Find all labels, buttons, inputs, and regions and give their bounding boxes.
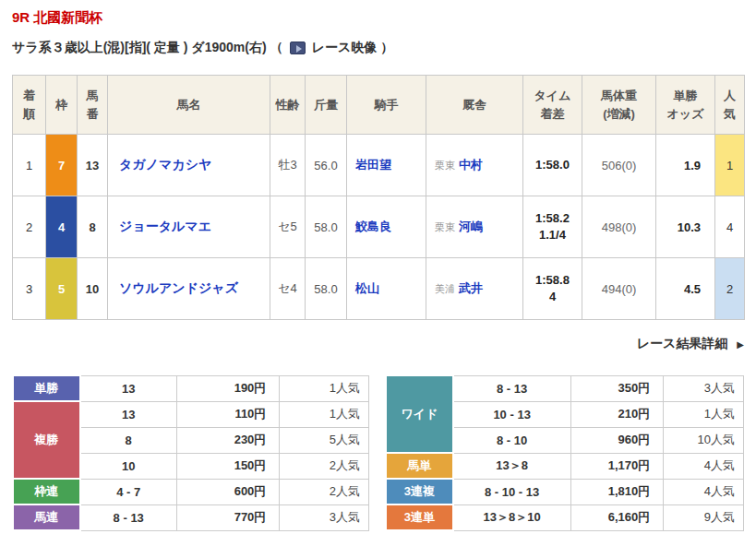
carried-weight: 58.0 xyxy=(306,258,347,320)
bet-type-bracket-quinella: 枠連 xyxy=(13,479,80,504)
payout-amount: 960円 xyxy=(570,427,664,453)
trainer-link[interactable]: 武井 xyxy=(459,281,483,295)
payout-combination: 8 - 10 - 13 xyxy=(453,479,570,504)
win-odds: 10.3 xyxy=(656,196,715,258)
payout-amount: 210円 xyxy=(570,401,664,427)
paren-open: （ xyxy=(270,40,283,56)
payout-table-left: 単勝 13 190円 1人気 複勝 13 110円 1人気 8 230円 5人気… xyxy=(12,374,369,531)
race-conditions-text: サラ系３歳以上(混)[指]( 定量 ) ダ1900m(右) xyxy=(12,40,267,56)
win-odds: 1.9 xyxy=(656,135,715,196)
bet-type-win: 単勝 xyxy=(13,375,80,401)
payout-row: ワイド 8 - 13 350円 3人気 xyxy=(386,375,744,401)
body-weight: 506(0) xyxy=(582,135,656,196)
finish-time: 1:58.2 xyxy=(523,210,582,227)
col-header-jockey: 騎手 xyxy=(347,76,426,135)
payout-popularity: 3人気 xyxy=(280,504,369,530)
frame-number: 7 xyxy=(46,135,78,196)
payout-row: 3連単 13＞8＞10 6,160円 9人気 xyxy=(386,504,744,530)
horse-name-link[interactable]: ソウルアンドジャズ xyxy=(119,280,238,295)
body-weight: 498(0) xyxy=(582,196,656,258)
stable-cell: 栗東中村 xyxy=(426,135,523,196)
payout-amount: 190円 xyxy=(176,375,280,401)
payout-amount: 110円 xyxy=(176,401,280,427)
horse-name-link[interactable]: ジョータルマエ xyxy=(119,219,211,233)
result-row-3: 3 5 10 ソウルアンドジャズ セ4 58.0 松山 美浦武井 1:58.84… xyxy=(13,258,745,320)
payout-section: 単勝 13 190円 1人気 複勝 13 110円 1人気 8 230円 5人気… xyxy=(12,374,744,531)
finish-time: 1:58.8 xyxy=(523,272,582,289)
col-header-horse-name: 馬名 xyxy=(108,76,270,135)
col-header-horse-number: 馬番 xyxy=(78,76,108,135)
payout-amount: 770円 xyxy=(176,504,280,530)
payout-combination: 8 - 13 xyxy=(80,504,177,530)
col-header-carried-weight: 斤量 xyxy=(306,76,347,135)
race-title: 9R 北國新聞杯 xyxy=(12,9,744,27)
bet-type-place: 複勝 xyxy=(13,401,80,479)
col-header-position: 着順 xyxy=(13,76,46,135)
carried-weight: 58.0 xyxy=(306,196,347,258)
payout-row: 単勝 13 190円 1人気 xyxy=(13,375,369,401)
stable-cell: 栗東河嶋 xyxy=(426,196,523,258)
horse-name-link[interactable]: タガノマカシヤ xyxy=(119,157,211,172)
win-odds: 4.5 xyxy=(656,258,715,320)
jockey-link[interactable]: 松山 xyxy=(355,281,379,295)
finish-time: 1:58.0 xyxy=(523,157,582,173)
margin: 4 xyxy=(523,289,582,305)
time-margin-cell: 1:58.0 xyxy=(523,135,582,196)
col-header-stable: 厩舎 xyxy=(426,76,523,135)
payout-amount: 600円 xyxy=(176,479,280,504)
race-result-detail-link[interactable]: レース結果詳細 xyxy=(637,336,728,350)
jockey-link[interactable]: 岩田望 xyxy=(355,158,391,172)
payout-row: 枠連 4 - 7 600円 2人気 xyxy=(13,479,369,504)
jockey-cell: 岩田望 xyxy=(347,135,426,196)
frame-number: 5 xyxy=(46,258,78,320)
col-header-frame: 枠 xyxy=(46,76,78,135)
payout-popularity: 4人気 xyxy=(664,453,744,479)
results-table: 着順 枠 馬番 馬名 性齢 斤量 騎手 厩舎 タイム 着差 馬体重 (増減) 単… xyxy=(12,75,745,320)
payout-popularity: 9人気 xyxy=(664,504,744,530)
trainer-link[interactable]: 河嶋 xyxy=(459,220,483,233)
bet-type-trio: 3連複 xyxy=(386,479,453,504)
payout-table-right: ワイド 8 - 13 350円 3人気 10 - 13 210円 1人気 8 -… xyxy=(385,374,744,531)
horse-number: 13 xyxy=(78,135,108,196)
race-video-link[interactable]: レース映像 xyxy=(312,40,378,56)
race-conditions-row: サラ系３歳以上(混)[指]( 定量 ) ダ1900m(右) （ レース映像 ） xyxy=(12,40,744,56)
payout-amount: 150円 xyxy=(176,453,280,479)
payout-row: 馬連 8 - 13 770円 3人気 xyxy=(13,504,369,530)
horse-name-cell: ソウルアンドジャズ xyxy=(108,258,270,320)
payout-popularity: 3人気 xyxy=(664,375,744,401)
stable-cell: 美浦武井 xyxy=(426,258,523,320)
payout-combination: 13＞8 xyxy=(453,453,570,479)
payout-combination: 8 - 10 xyxy=(453,427,570,453)
payout-popularity: 10人気 xyxy=(664,427,744,453)
payout-amount: 350円 xyxy=(570,375,664,401)
horse-number: 8 xyxy=(78,196,108,258)
payout-combination: 13 xyxy=(80,375,177,401)
col-header-win-odds: 単勝 オッズ xyxy=(656,76,715,135)
payout-popularity: 1人気 xyxy=(664,401,744,427)
payout-combination: 4 - 7 xyxy=(80,479,177,504)
bet-type-trifecta: 3連単 xyxy=(386,504,453,530)
stable-region: 美浦 xyxy=(435,283,455,294)
payout-combination: 13＞8＞10 xyxy=(453,504,570,530)
payout-row: 馬単 13＞8 1,170円 4人気 xyxy=(386,453,744,479)
finish-position: 1 xyxy=(13,135,46,196)
bet-type-exacta: 馬単 xyxy=(386,453,453,479)
result-row-2: 2 4 8 ジョータルマエ セ5 58.0 鮫島良 栗東河嶋 1:58.21.1… xyxy=(13,196,745,258)
results-header-row: 着順 枠 馬番 馬名 性齢 斤量 騎手 厩舎 タイム 着差 馬体重 (増減) 単… xyxy=(13,76,745,135)
body-weight: 494(0) xyxy=(582,258,656,320)
payout-row: 3連複 8 - 10 - 13 1,810円 4人気 xyxy=(386,479,744,504)
payout-row: 複勝 13 110円 1人気 xyxy=(13,401,369,427)
sex-age: 牡3 xyxy=(270,135,306,196)
arrow-right-icon: ▶ xyxy=(737,339,744,350)
popularity-cell: 4 xyxy=(715,196,745,258)
stable-region: 栗東 xyxy=(435,160,455,171)
popularity-cell: 1 xyxy=(715,135,745,196)
payout-popularity: 4人気 xyxy=(664,479,744,504)
trainer-link[interactable]: 中村 xyxy=(459,158,483,172)
sex-age: セ4 xyxy=(270,258,306,320)
col-header-sex-age: 性齢 xyxy=(270,76,306,135)
result-row-1: 1 7 13 タガノマカシヤ 牡3 56.0 岩田望 栗東中村 1:58.0 5… xyxy=(13,135,745,196)
finish-position: 2 xyxy=(13,196,46,258)
col-header-time-margin: タイム 着差 xyxy=(523,76,582,135)
jockey-link[interactable]: 鮫島良 xyxy=(355,220,391,233)
